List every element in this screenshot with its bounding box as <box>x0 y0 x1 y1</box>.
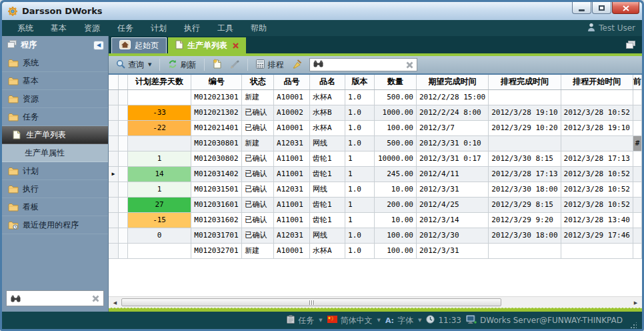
cell-item-no[interactable]: A12031 <box>274 228 310 243</box>
cell-plan-diff-days[interactable]: 27 <box>127 197 191 212</box>
cell-version[interactable]: 1 <box>345 197 375 212</box>
cell-plan-diff-days[interactable] <box>127 89 191 105</box>
cell-qty[interactable]: 100.00 <box>375 120 417 135</box>
status-language-menu[interactable]: 简体中文 ▼ <box>327 315 381 326</box>
cell-version[interactable]: 1.0 <box>345 89 375 105</box>
column-header[interactable]: 状态 <box>242 75 274 89</box>
menu-item-7[interactable]: 工具 <box>209 20 242 36</box>
cell-item-name[interactable]: 水杯A <box>310 120 345 135</box>
cell-sched-start[interactable]: 2012/3/28 10:52 <box>561 197 633 212</box>
cell-item-no[interactable]: A11001 <box>274 197 310 212</box>
cell-item-name[interactable]: 齿轮1 <box>310 151 345 166</box>
sidebar-item[interactable]: 计划 <box>2 162 108 180</box>
cell-plan-diff-days[interactable]: -15 <box>127 212 191 228</box>
cell-qty[interactable]: 245.00 <box>375 166 417 182</box>
cell-status[interactable]: 已确认 <box>242 105 274 120</box>
cell-code[interactable]: M012032701 <box>191 243 242 258</box>
menu-item-6[interactable]: 执行 <box>175 20 209 36</box>
cell-qty[interactable]: 10.00 <box>375 182 417 197</box>
column-header[interactable]: 计划差异天数 <box>127 75 191 89</box>
cell-version[interactable]: 1.0 <box>345 243 375 258</box>
cell-status[interactable]: 新建 <box>242 89 274 105</box>
column-header[interactable]: 品名 <box>310 75 345 89</box>
cell-sched-end[interactable]: 2012/3/29 8:15 <box>489 197 561 212</box>
cell-qty[interactable]: 200.00 <box>375 197 417 212</box>
cell-expected[interactable]: 2012/3/31 <box>416 243 488 258</box>
cell-plan-diff-days[interactable]: -33 <box>127 105 191 120</box>
column-header[interactable]: 排程开始时间 <box>561 75 633 89</box>
cell-sched-end[interactable]: 2012/3/28 19:10 <box>489 105 561 120</box>
table-row[interactable]: 1M012030802已确认A11001齿轮1110000.002012/3/3… <box>109 151 642 166</box>
cell-item-no[interactable]: A10001 <box>274 120 310 135</box>
cell-qty[interactable]: 100.00 <box>375 243 417 258</box>
cell-sched-end[interactable]: 2012/3/29 9:20 <box>489 212 561 228</box>
cell-status[interactable]: 已确认 <box>242 228 274 243</box>
schedule-button[interactable]: 排程 <box>253 58 286 72</box>
cell-sched-end[interactable]: 2012/3/29 10:20 <box>489 120 561 135</box>
cell-version[interactable]: 1 <box>345 166 375 182</box>
cell-expected[interactable]: 2012/3/14 <box>416 212 488 228</box>
toolbar-search-input[interactable] <box>327 60 403 69</box>
cell-version[interactable]: 1.0 <box>345 135 375 151</box>
cell-qty[interactable]: 1000.00 <box>375 105 417 120</box>
table-row[interactable]: 1M012031501已确认A12031网线1.010.002012/3/312… <box>109 182 642 197</box>
sidebar-collapse-button[interactable]: ◀ <box>93 41 104 50</box>
cell-version[interactable]: 1.0 <box>345 120 375 135</box>
cell-status[interactable]: 新建 <box>242 135 274 151</box>
cell-sched-start[interactable] <box>561 243 633 258</box>
cell-expected[interactable]: 2012/2/24 8:00 <box>416 105 488 120</box>
cell-sched-start[interactable] <box>561 89 633 105</box>
cell-item-no[interactable]: A11001 <box>274 151 310 166</box>
sidebar-item[interactable]: 任务 <box>2 108 108 126</box>
table-row[interactable]: M012032701新建A10001水杯A1.0100.002012/3/31 <box>109 243 642 258</box>
cell-item-name[interactable]: 齿轮1 <box>310 197 345 212</box>
cell-expected[interactable]: 2012/3/7 <box>416 120 488 135</box>
status-font-menu[interactable]: A: 字体 ▼ <box>385 315 422 326</box>
scroll-left-icon[interactable]: ◀ <box>110 298 120 308</box>
user-badge[interactable]: Test User <box>587 23 635 33</box>
cell-code[interactable]: M012030801 <box>191 135 242 151</box>
cell-item-name[interactable]: 齿轮1 <box>310 212 345 228</box>
sidebar-item[interactable]: 生产单属性 <box>2 144 108 162</box>
status-task-menu[interactable]: 任务 ▼ <box>287 315 322 326</box>
restore-button[interactable] <box>592 2 611 14</box>
column-header[interactable]: 编号 <box>191 75 242 89</box>
cell-item-name[interactable]: 水杯A <box>310 243 345 258</box>
cell-sched-start[interactable]: 2012/3/28 19:10 <box>561 120 633 135</box>
sidebar-item[interactable]: 生产单列表 <box>2 126 108 144</box>
cell-code[interactable]: M012021301 <box>191 89 242 105</box>
cell-code[interactable]: M012031602 <box>191 212 242 228</box>
cell-sched-end[interactable] <box>489 243 561 258</box>
column-header[interactable]: 数量 <box>375 75 417 89</box>
scrollbar-thumb[interactable] <box>121 298 501 306</box>
cell-plan-diff-days[interactable]: 0 <box>127 228 191 243</box>
menu-item-2[interactable]: 基本 <box>42 20 75 36</box>
edit-button[interactable] <box>227 58 242 72</box>
cell-item-name[interactable]: 水杯B <box>310 105 345 120</box>
cell-qty[interactable]: 500.00 <box>375 135 417 151</box>
column-header[interactable]: 前 <box>633 75 641 89</box>
toolbar-search-clear-icon[interactable] <box>406 61 413 69</box>
cell-code[interactable]: M012030802 <box>191 151 242 166</box>
cell-version[interactable]: 1.0 <box>345 105 375 120</box>
cell-code[interactable]: M012031501 <box>191 182 242 197</box>
cell-status[interactable]: 已确认 <box>242 212 274 228</box>
cell-expected[interactable]: 2012/3/30 <box>416 228 488 243</box>
cell-expected[interactable]: 2012/3/31 0:17 <box>416 151 488 166</box>
cell-code[interactable]: M012021302 <box>191 105 242 120</box>
cell-status[interactable]: 已确认 <box>242 166 274 182</box>
cell-expected[interactable]: 2012/3/31 <box>416 182 488 197</box>
cell-item-no[interactable]: A10001 <box>274 89 310 105</box>
sidebar-item[interactable]: 系统 <box>2 54 108 72</box>
table-row[interactable]: ▶14M012031402已确认A11001齿轮11245.002012/4/1… <box>109 166 642 182</box>
tab-list-icon[interactable] <box>626 41 635 49</box>
cell-sched-start[interactable]: 2012/3/28 10:52 <box>561 182 633 197</box>
sidebar-search-clear-icon[interactable] <box>92 295 99 302</box>
cell-expected[interactable]: 2012/3/31 0:10 <box>416 135 488 151</box>
cell-sched-end[interactable] <box>489 89 561 105</box>
sidebar-item[interactable]: 执行 <box>2 180 108 198</box>
table-row[interactable]: 0M012031701已确认A12031网线1.0100.002012/3/30… <box>109 228 642 243</box>
cell-version[interactable]: 1 <box>345 151 375 166</box>
horizontal-scrollbar[interactable]: ◀ ▶ <box>109 296 642 308</box>
cell-qty[interactable]: 100.00 <box>375 228 417 243</box>
